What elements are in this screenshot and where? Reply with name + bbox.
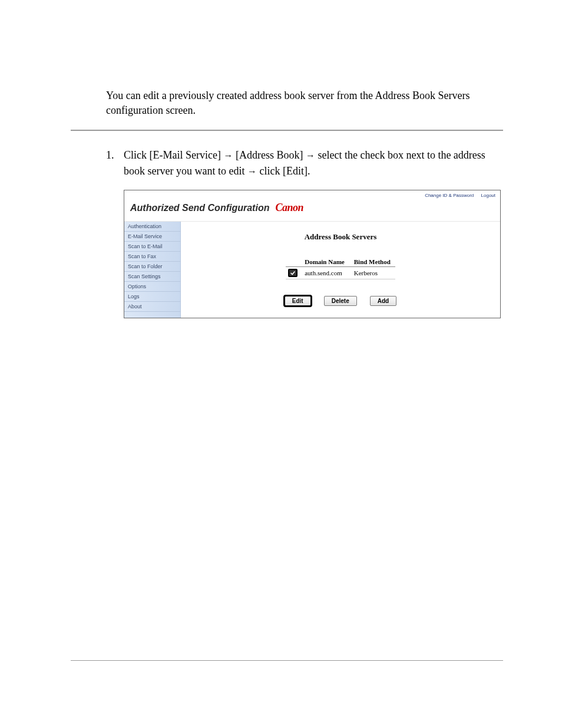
top-links: Change ID & Password Logout <box>124 190 500 198</box>
logout-link[interactable]: Logout <box>481 193 495 198</box>
step-part-b: [Address Book] <box>233 149 306 161</box>
step-number: 1. <box>106 147 124 179</box>
divider <box>71 130 503 131</box>
canon-logo: Canon <box>275 202 303 214</box>
change-id-password-link[interactable]: Change ID & Password <box>425 193 474 198</box>
sidebar-item-logs[interactable]: Logs <box>124 292 180 302</box>
col-bind-method: Bind Method <box>349 257 395 267</box>
config-screenshot: Change ID & Password Logout Authorized S… <box>124 190 501 318</box>
arrow-icon: → <box>247 166 257 176</box>
arrow-icon: → <box>223 150 233 160</box>
main-panel: Address Book Servers Domain Name Bind Me… <box>181 222 500 318</box>
panel-title: Address Book Servers <box>193 232 488 242</box>
edit-button[interactable]: Edit <box>285 296 311 306</box>
sidebar-item-authentication[interactable]: Authentication <box>124 222 180 232</box>
sidebar-item-options[interactable]: Options <box>124 282 180 292</box>
sidebar-item-scan-to-email[interactable]: Scan to E-Mail <box>124 242 180 252</box>
row-checkbox[interactable] <box>288 269 297 277</box>
check-icon <box>290 270 296 276</box>
sidebar-item-email-service[interactable]: E-Mail Service <box>124 232 180 242</box>
col-checkbox <box>286 257 300 267</box>
intro-paragraph: You can edit a previously created addres… <box>106 88 503 118</box>
step-1: 1. Click [E-Mail Service] → [Address Boo… <box>106 147 503 179</box>
address-book-table: Domain Name Bind Method auth.send.com Ke… <box>286 257 395 279</box>
sidebar: Authentication E-Mail Service Scan to E-… <box>124 222 181 318</box>
step-text: Click [E-Mail Service] → [Address Book] … <box>124 147 503 179</box>
arrow-icon: → <box>306 150 315 160</box>
cell-domain: auth.send.com <box>300 267 349 279</box>
step-part-a: Click [E-Mail Service] <box>124 149 223 161</box>
brand-row: Authorized Send Configuration Canon <box>124 198 500 221</box>
cell-bind: Kerberos <box>349 267 395 279</box>
delete-button[interactable]: Delete <box>324 296 357 306</box>
col-domain-name: Domain Name <box>300 257 349 267</box>
page-title: Authorized Send Configuration <box>130 203 269 213</box>
sidebar-item-scan-settings[interactable]: Scan Settings <box>124 272 180 282</box>
sidebar-item-scan-to-folder[interactable]: Scan to Folder <box>124 262 180 272</box>
step-part-d: click [Edit]. <box>257 165 310 177</box>
sidebar-item-about[interactable]: About <box>124 302 180 312</box>
button-row: Edit Delete Add <box>193 296 488 306</box>
bottom-divider <box>71 660 503 661</box>
add-button[interactable]: Add <box>370 296 396 306</box>
table-row: auth.send.com Kerberos <box>286 267 395 279</box>
sidebar-item-scan-to-fax[interactable]: Scan to Fax <box>124 252 180 262</box>
